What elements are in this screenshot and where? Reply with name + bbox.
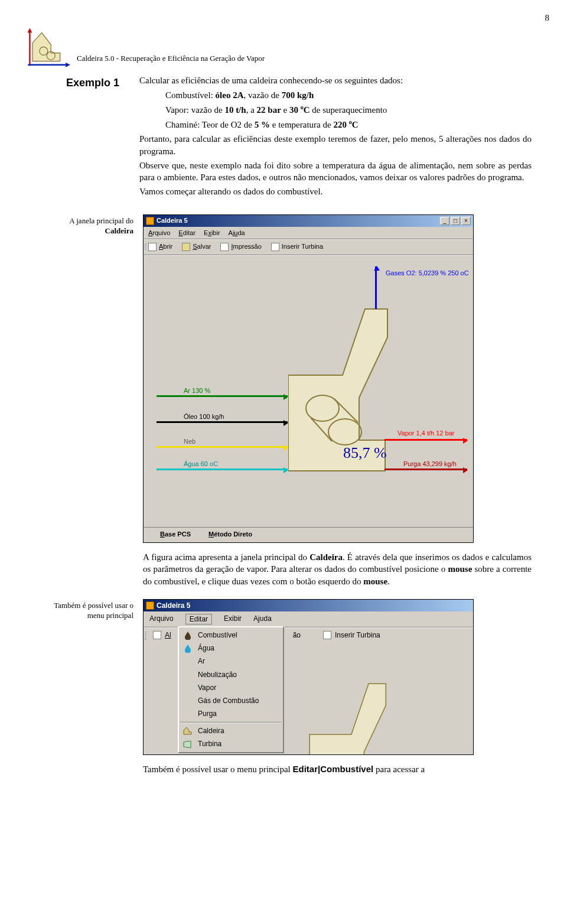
toolbar-salvar[interactable]: Salvar xyxy=(182,242,211,251)
menu-item-vapor[interactable]: Vapor xyxy=(179,681,283,694)
diagram-canvas[interactable]: Gases O2: 5,0239 % 250 oC Vapor 1,4 t/h … xyxy=(144,255,473,527)
menu-item-purga[interactable]: Purga xyxy=(179,707,283,720)
window-title-2: Caldeira 5 xyxy=(157,601,190,610)
window-title: Caldeira 5 xyxy=(157,216,188,225)
boiler-small-icon xyxy=(183,726,193,736)
status-base[interactable]: Base PCS xyxy=(160,530,191,539)
menu-item-gas[interactable]: Gás de Combustão xyxy=(179,694,283,707)
app-icon xyxy=(146,217,154,225)
menu-item-turbina[interactable]: Turbina xyxy=(179,737,283,750)
menu-item-agua[interactable]: Água xyxy=(179,642,283,655)
open-icon xyxy=(153,631,161,639)
label-efficiency: 85,7 % xyxy=(343,443,387,463)
svg-marker-3 xyxy=(66,63,70,67)
blank-icon xyxy=(183,683,193,692)
menubar: Arquivo Editar Exibir Ajuda xyxy=(144,227,473,240)
label-gases: Gases O2: 5,0239 % 250 oC xyxy=(386,269,469,278)
menu-item-ar[interactable]: Ar xyxy=(179,655,283,668)
label-vapor: Vapor 1,4 t/h 12 bar xyxy=(397,429,454,438)
turbine-small-icon xyxy=(183,740,193,749)
blank-icon xyxy=(183,709,193,718)
flag-icon xyxy=(271,243,279,251)
example-chamine: Chaminé: Teor de O2 de 5 % e temperatura… xyxy=(165,118,532,131)
minimize-button[interactable]: _ xyxy=(440,217,449,225)
menu-editar-active[interactable]: Editar xyxy=(185,614,212,624)
blank-icon xyxy=(183,696,193,705)
caldeira-logo-icon xyxy=(24,27,71,69)
label-purga: Purga 43,299 kg/h xyxy=(403,460,457,468)
toolbar-al[interactable]: Al xyxy=(165,630,171,640)
doc-header: Caldeira 5.0 - Recuperação e Eficiência … xyxy=(24,27,532,69)
close-button[interactable]: × xyxy=(461,217,471,225)
example-vapor: Vapor: vazão de 10 t/h, a 22 bar e 30 oC… xyxy=(165,103,532,116)
toolbar-abrir[interactable]: Abrir xyxy=(148,242,172,251)
label-agua: Água 60 oC xyxy=(184,460,218,468)
page-number: 8 xyxy=(24,12,549,24)
maximize-button[interactable]: □ xyxy=(451,217,460,225)
paragraph-after-shot1: A figura acima apresenta a janela princi… xyxy=(143,551,532,587)
blank-icon xyxy=(183,670,193,679)
menu-exibir[interactable]: Exibir xyxy=(204,229,220,237)
oil-drop-icon xyxy=(183,630,193,640)
menu-exibir[interactable]: Exibir xyxy=(224,614,242,624)
water-drop-icon xyxy=(183,643,193,653)
example-body: Calcular as eficiências de uma caldeira … xyxy=(139,74,532,200)
example-combustivel: Combustível: óleo 2A, vazão de 700 kg/h xyxy=(165,89,532,101)
paragraph-footer: Também é possível usar o menu principal … xyxy=(143,763,532,775)
example-label: Exemplo 1 xyxy=(66,74,131,90)
menu-item-combustivel[interactable]: Combustível xyxy=(179,629,283,642)
header-text: Caldeira 5.0 - Recuperação e Eficiência … xyxy=(77,27,265,64)
app-window: Caldeira 5 _ □ × Arquivo Editar Exibir A… xyxy=(143,214,474,544)
example-p1: Portanto, para calcular as eficiências d… xyxy=(139,133,532,157)
toolbar-inserir-turbina[interactable]: Inserir Turbina xyxy=(271,242,323,251)
flag-icon xyxy=(323,631,331,639)
save-icon xyxy=(182,243,190,251)
margin-note-1: A janela principal doCaldeira xyxy=(34,214,133,544)
menu-separator xyxy=(180,722,282,723)
toolbar-ao[interactable]: ão xyxy=(293,630,301,640)
titlebar-2: Caldeira 5 xyxy=(144,600,473,611)
menu-arquivo[interactable]: Arquivo xyxy=(148,229,170,237)
margin-note-2: Também é possível usar omenu principal xyxy=(34,599,133,755)
menu-ajuda[interactable]: Ajuda xyxy=(229,229,245,237)
menubar-2: Arquivo Editar Exibir Ajuda xyxy=(144,611,473,627)
label-ar: Ar 130 % xyxy=(184,386,210,395)
svg-marker-1 xyxy=(28,28,32,33)
menu-item-nebulizacao[interactable]: Nebulização xyxy=(179,668,283,681)
blank-icon xyxy=(183,656,193,666)
example-intro: Calcular as eficiências de uma caldeira … xyxy=(139,74,532,86)
label-oleo: Óleo 100 kg/h xyxy=(184,412,224,421)
editar-dropdown: Combustível Água Ar Nebulização xyxy=(178,626,284,753)
print-icon xyxy=(220,243,229,251)
label-neb: Neb xyxy=(184,437,195,446)
app-window-menu: Caldeira 5 Arquivo Editar Exibir Ajuda A… xyxy=(143,599,474,755)
menu-editar[interactable]: Editar xyxy=(178,229,195,237)
open-icon xyxy=(148,243,157,251)
menu-item-caldeira[interactable]: Caldeira xyxy=(179,724,283,737)
boiler-partial-icon xyxy=(296,680,414,754)
toolbar: Abrir Salvar Impressão Inserir Turbina xyxy=(144,239,473,255)
titlebar: Caldeira 5 _ □ × xyxy=(144,215,473,227)
status-metodo[interactable]: Método Direto xyxy=(208,530,252,539)
example-p2: Observe que, neste exemplo nada foi dito… xyxy=(139,160,532,184)
statusbar: Base PCS Método Direto xyxy=(144,527,473,542)
menu-arquivo[interactable]: Arquivo xyxy=(149,614,174,624)
example-p3: Vamos começar alterando os dados do comb… xyxy=(139,186,532,197)
toolbar-impressao[interactable]: Impressão xyxy=(220,242,261,251)
menu-ajuda[interactable]: Ajuda xyxy=(253,614,272,624)
toolbar-inserir-turbina[interactable]: Inserir Turbina xyxy=(335,630,380,640)
app-icon xyxy=(146,601,154,610)
